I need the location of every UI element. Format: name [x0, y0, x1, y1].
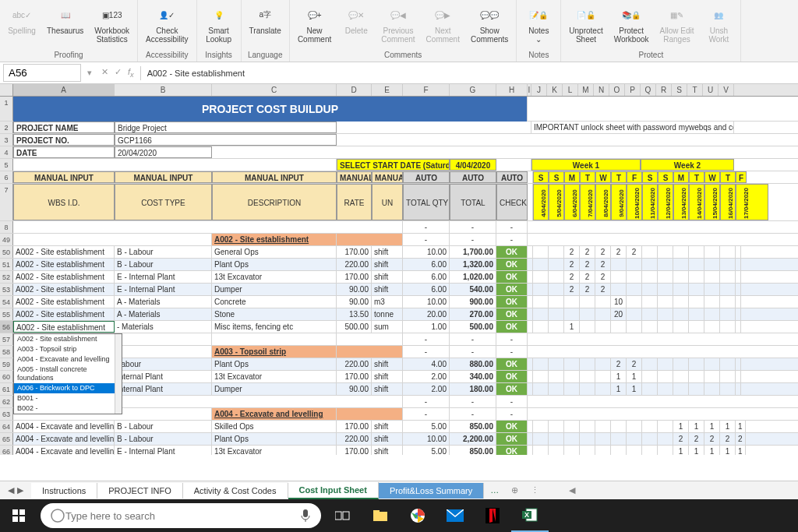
translate-button[interactable]: a字Translate: [245, 2, 286, 37]
smart-lookup-button[interactable]: 💡SmartLookup: [200, 2, 238, 45]
prev-comment-button[interactable]: 💬◀PreviousComment: [376, 2, 419, 45]
row-header[interactable]: 60: [0, 371, 13, 382]
row-header[interactable]: 8: [0, 221, 13, 233]
col-header[interactable]: H: [496, 84, 528, 96]
row-header[interactable]: 58: [0, 346, 13, 358]
dropdown-option[interactable]: A006 - Brickwork to DPC: [14, 383, 122, 393]
row-header[interactable]: 53: [0, 284, 13, 295]
sheet-tab[interactable]: Profit&Loss Summary: [379, 483, 484, 499]
dropdown-option[interactable]: B001 -: [14, 393, 122, 403]
name-dropdown[interactable]: ▾: [84, 68, 95, 78]
col-header[interactable]: Q: [641, 84, 656, 96]
chrome-icon[interactable]: [399, 499, 436, 532]
row-header[interactable]: 66: [0, 446, 13, 455]
enter-icon[interactable]: ✓: [115, 67, 122, 79]
row-header[interactable]: 50: [0, 246, 13, 258]
excel-icon[interactable]: X: [511, 499, 549, 532]
row-header[interactable]: 64: [0, 421, 13, 432]
tab-nav[interactable]: ◀ ▶: [0, 485, 31, 495]
netflix-icon[interactable]: [474, 499, 511, 532]
dropdown-option[interactable]: A005 - Install concrete foundations: [14, 365, 122, 383]
col-header[interactable]: F: [403, 84, 450, 96]
unshare-button[interactable]: 👥UnshWorkt: [700, 2, 737, 45]
col-header[interactable]: C: [212, 84, 337, 96]
sheet-tab[interactable]: PROJECT INFO: [97, 483, 182, 499]
workbook-stats-button[interactable]: ▣123WorkbookStatistics: [90, 2, 134, 45]
col-header[interactable]: S: [672, 84, 687, 96]
col-header[interactable]: K: [547, 84, 563, 96]
allow-edit-ranges-button[interactable]: ▦✎Allow EditRanges: [655, 2, 699, 45]
cell: [673, 371, 689, 382]
next-comment-button[interactable]: 💬▶NextComment: [422, 2, 464, 45]
fx-icon[interactable]: fx: [128, 67, 134, 79]
delete-comment-button[interactable]: 💬✕Delete: [337, 2, 375, 45]
dropdown-option[interactable]: B002 -: [14, 403, 122, 414]
new-comment-button[interactable]: 💬+NewComment: [293, 2, 336, 45]
unprotect-sheet-button[interactable]: 📄🔓UnprotectSheet: [564, 2, 607, 45]
row-header[interactable]: 5: [0, 159, 13, 171]
row-header[interactable]: 51: [0, 259, 13, 270]
col-header[interactable]: R: [656, 84, 672, 96]
row-header[interactable]: 63: [0, 408, 13, 420]
row-header[interactable]: 59: [0, 358, 13, 370]
col-header[interactable]: T: [687, 84, 703, 96]
search-input[interactable]: [65, 510, 299, 522]
check-accessibility-button[interactable]: 👤✓CheckAccessibility: [141, 2, 192, 45]
row-header[interactable]: 55: [0, 308, 13, 320]
row-header[interactable]: 1: [0, 97, 13, 121]
thesaurus-button[interactable]: 📖Thesaurus: [42, 2, 88, 45]
name-box[interactable]: [3, 64, 81, 82]
formula-input[interactable]: A002 - Site establishment: [140, 66, 798, 80]
row-header[interactable]: 57: [0, 333, 13, 345]
cell: [533, 358, 549, 370]
sheet-tab[interactable]: Instructions: [31, 483, 97, 499]
cancel-icon[interactable]: ✕: [101, 67, 108, 79]
row-header[interactable]: 52: [0, 271, 13, 283]
row-header[interactable]: 56: [0, 321, 13, 333]
col-header[interactable]: G: [450, 84, 496, 96]
mail-icon[interactable]: [436, 499, 474, 532]
protect-workbook-button[interactable]: 📚🔒ProtectWorkbook: [609, 2, 654, 45]
row-header[interactable]: 7: [0, 184, 13, 220]
row-header[interactable]: 4: [0, 146, 13, 158]
taskbar-search[interactable]: [41, 503, 321, 528]
spreadsheet-grid[interactable]: 1PROJECT COST BUILDUP2PROJECT NAMEBridge…: [0, 97, 798, 455]
spelling-button[interactable]: abc✓Spelling: [3, 2, 41, 45]
tab-controls[interactable]: …⊕⋮◀: [484, 485, 598, 495]
tab-prev-icon[interactable]: ◀: [8, 485, 14, 495]
col-header[interactable]: M: [578, 84, 594, 96]
col-header[interactable]: O: [609, 84, 625, 96]
row-header[interactable]: 49: [0, 234, 13, 245]
row-header[interactable]: 6: [0, 171, 13, 183]
start-button[interactable]: [0, 499, 37, 532]
dropdown-option[interactable]: A003 - Topsoil strip: [14, 344, 122, 354]
col-header[interactable]: V: [719, 84, 734, 96]
col-header[interactable]: J: [531, 84, 547, 96]
col-header[interactable]: N: [594, 84, 609, 96]
file-explorer-icon[interactable]: [362, 499, 399, 532]
col-header[interactable]: D: [337, 84, 372, 96]
cell: UN: [372, 184, 403, 220]
col-header[interactable]: E: [372, 84, 403, 96]
col-header[interactable]: P: [625, 84, 641, 96]
row-header[interactable]: 62: [0, 396, 13, 407]
notes-button[interactable]: 📝🔒Notes⌄: [520, 2, 557, 45]
dropdown-option[interactable]: A004 - Excavate and levelling: [14, 354, 122, 365]
row-header[interactable]: 54: [0, 296, 13, 308]
mic-icon[interactable]: [299, 508, 312, 523]
col-header[interactable]: U: [703, 84, 719, 96]
tab-next-icon[interactable]: ▶: [17, 485, 23, 495]
sheet-tab[interactable]: Activity & Cost Codes: [183, 483, 288, 499]
dropdown-option[interactable]: A002 - Site establishment: [14, 334, 122, 344]
col-header[interactable]: A: [13, 84, 115, 96]
col-header[interactable]: L: [563, 84, 578, 96]
row-header[interactable]: 65: [0, 433, 13, 445]
col-header[interactable]: B: [115, 84, 212, 96]
row-header[interactable]: 2: [0, 122, 13, 133]
sheet-tab[interactable]: Cost Input Sheet: [288, 482, 379, 499]
show-comments-button[interactable]: 💬💬ShowComments: [466, 2, 513, 45]
row-header[interactable]: 61: [0, 383, 13, 395]
row-header[interactable]: 3: [0, 134, 13, 146]
wbs-dropdown[interactable]: A002 - Site establishmentA003 - Topsoil …: [13, 333, 122, 414]
task-view-icon[interactable]: [324, 499, 362, 532]
